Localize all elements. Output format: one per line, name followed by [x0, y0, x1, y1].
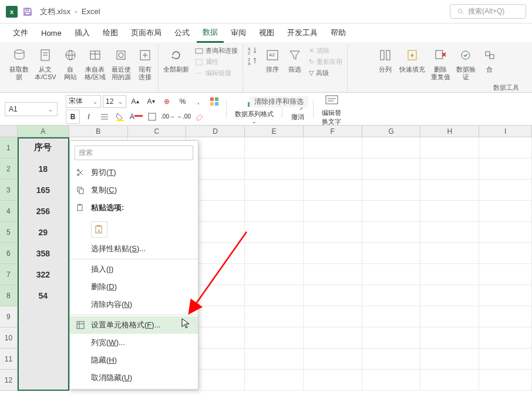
edit-alt-text-button[interactable]: 编辑替 换文字 [318, 92, 345, 126]
context-copy[interactable]: 复制(C) [70, 181, 198, 199]
cell[interactable] [245, 306, 304, 327]
cell[interactable] [420, 285, 479, 306]
cell[interactable] [18, 327, 69, 349]
cell-A4[interactable]: 256 [18, 201, 69, 222]
context-menu-search[interactable]: 搜索 [75, 146, 193, 160]
row-header[interactable]: 3 [0, 180, 18, 201]
tab-home[interactable]: Home [35, 25, 68, 41]
cell[interactable] [362, 264, 421, 285]
filter-button[interactable]: 筛选 [284, 45, 305, 75]
refresh-all-button[interactable]: 全部刷新 [161, 45, 191, 75]
tab-help[interactable]: 帮助 [325, 24, 352, 42]
cell[interactable] [245, 370, 304, 391]
row-header[interactable]: 6 [0, 243, 18, 264]
cell[interactable] [420, 243, 479, 264]
name-box[interactable]: A1 ⌄ [5, 102, 58, 116]
cell[interactable] [479, 349, 532, 370]
cell[interactable] [304, 201, 362, 222]
cell[interactable] [479, 222, 532, 243]
tab-file[interactable]: 文件 [7, 24, 34, 42]
row-header[interactable]: 7 [0, 264, 18, 285]
row-header[interactable]: 11 [0, 349, 18, 370]
cell[interactable] [420, 349, 479, 370]
cell[interactable] [479, 180, 532, 201]
cell[interactable] [245, 137, 304, 158]
cell[interactable] [304, 370, 362, 391]
cell[interactable] [304, 285, 362, 306]
percent-button[interactable]: % [176, 94, 190, 109]
cell[interactable] [420, 137, 479, 158]
tab-draw[interactable]: 绘图 [97, 24, 124, 42]
tab-page-layout[interactable]: 页面布局 [125, 24, 167, 42]
column-header-D[interactable]: D [186, 126, 245, 137]
cell[interactable] [245, 180, 304, 201]
cell[interactable] [420, 180, 479, 201]
comma-button[interactable]: , [191, 94, 206, 109]
cell[interactable] [420, 306, 479, 327]
context-cut[interactable]: 剪切(T) [70, 164, 198, 181]
cell[interactable] [18, 306, 69, 327]
advanced-filter-button[interactable]: ▽高级 [308, 68, 344, 78]
cell[interactable] [362, 137, 421, 158]
cell[interactable] [245, 222, 304, 243]
borders-button[interactable] [145, 110, 159, 124]
column-header-B[interactable]: B [69, 126, 128, 137]
cell[interactable] [245, 327, 304, 349]
cell[interactable] [479, 264, 532, 285]
cell[interactable] [479, 137, 532, 158]
bold-button[interactable]: B [66, 110, 80, 124]
decrease-font-button[interactable]: A▾ [144, 94, 158, 109]
recent-sources-button[interactable]: 最近使 用的源 [109, 45, 133, 82]
cell[interactable] [420, 370, 479, 391]
clear-button[interactable] [193, 110, 207, 124]
row-header[interactable]: 9 [0, 306, 18, 327]
cell[interactable] [362, 349, 421, 370]
cell[interactable] [420, 264, 479, 285]
cell[interactable] [362, 222, 421, 243]
row-header[interactable]: 10 [0, 327, 18, 349]
row-header[interactable]: 2 [0, 158, 18, 180]
cell[interactable] [479, 243, 532, 264]
row-header[interactable]: 1 [0, 137, 18, 158]
font-color-button[interactable]: A [129, 110, 143, 124]
cell[interactable] [245, 264, 304, 285]
tab-developer[interactable]: 开发工具 [281, 24, 324, 42]
cell[interactable] [362, 180, 421, 201]
context-clear-contents[interactable]: 清除内容(N) [70, 296, 198, 313]
phonetic-guide-button[interactable]: ⊕ [160, 94, 174, 109]
cell[interactable] [479, 327, 532, 349]
cell[interactable] [362, 285, 421, 306]
context-insert[interactable]: 插入(I) [70, 261, 198, 278]
cell[interactable] [362, 201, 421, 222]
cell[interactable] [245, 158, 304, 180]
font-selector[interactable]: 宋体⌄ [66, 95, 101, 108]
cell[interactable] [18, 349, 69, 370]
save-icon[interactable] [22, 6, 33, 17]
context-hide[interactable]: 隐藏(H) [70, 351, 198, 369]
context-unhide[interactable]: 取消隐藏(U) [70, 369, 198, 387]
flash-fill-button[interactable]: 快速填充 [397, 45, 427, 75]
from-web-button[interactable]: 自 网站 [60, 45, 81, 82]
data-validation-button[interactable]: 数据验 证 [454, 45, 478, 82]
tab-insert[interactable]: 插入 [69, 24, 96, 42]
cell[interactable] [479, 285, 532, 306]
cell[interactable] [362, 243, 421, 264]
cell[interactable] [420, 222, 479, 243]
cell[interactable] [304, 180, 362, 201]
italic-button[interactable]: I [82, 110, 96, 124]
column-header-A[interactable]: A [18, 126, 69, 137]
cell[interactable] [304, 327, 362, 349]
consolidate-button[interactable]: 合 [479, 45, 500, 75]
cell[interactable] [362, 158, 421, 180]
font-size-selector[interactable]: 12⌄ [103, 95, 126, 108]
remove-duplicates-button[interactable]: 删除 重复值 [429, 45, 453, 82]
cell[interactable] [479, 370, 532, 391]
cell[interactable] [304, 264, 362, 285]
column-header-E[interactable]: E [245, 126, 304, 137]
align-button[interactable] [97, 110, 112, 124]
context-delete[interactable]: 删除(D) [70, 278, 198, 296]
row-header[interactable]: 8 [0, 285, 18, 306]
increase-font-button[interactable]: A▴ [128, 94, 142, 109]
sort-button[interactable]: AZ 排序 [262, 45, 283, 75]
tab-review[interactable]: 审阅 [225, 24, 252, 42]
